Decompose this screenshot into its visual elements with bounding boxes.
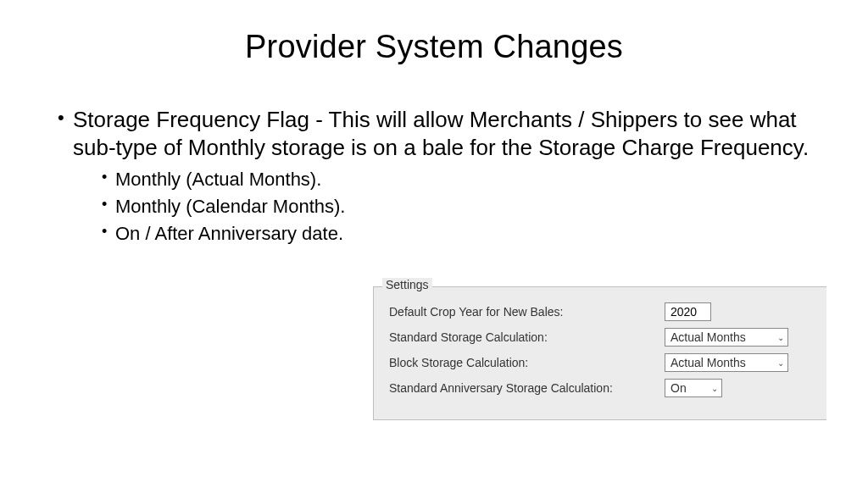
- select-block-storage-value: Actual Months: [670, 356, 746, 369]
- label-block-storage: Block Storage Calculation:: [389, 356, 665, 369]
- row-crop-year: Default Crop Year for New Bales:: [389, 302, 813, 321]
- select-block-storage[interactable]: Actual Months ⌄: [665, 353, 788, 372]
- input-crop-year[interactable]: [665, 302, 711, 321]
- chevron-down-icon: ⌄: [777, 333, 784, 342]
- bullet-main-text: Storage Frequency Flag - This will allow…: [73, 107, 809, 160]
- label-anniversary-storage: Standard Anniversary Storage Calculation…: [389, 381, 665, 395]
- label-standard-storage: Standard Storage Calculation:: [389, 330, 665, 344]
- slide-content: Storage Frequency Flag - This will allow…: [0, 65, 868, 247]
- bullet-main: Storage Frequency Flag - This will allow…: [58, 106, 827, 247]
- select-anniversary-storage[interactable]: On ⌄: [665, 379, 722, 397]
- row-standard-storage: Standard Storage Calculation: Actual Mon…: [389, 328, 813, 347]
- label-crop-year: Default Crop Year for New Bales:: [389, 305, 665, 319]
- chevron-down-icon: ⌄: [711, 384, 718, 393]
- bullet-sub-1: Monthly (Calendar Months).: [102, 193, 827, 220]
- select-standard-storage-value: Actual Months: [670, 330, 746, 344]
- row-anniversary-storage: Standard Anniversary Storage Calculation…: [389, 379, 813, 397]
- select-standard-storage[interactable]: Actual Months ⌄: [665, 328, 788, 347]
- settings-fieldset: Settings Default Crop Year for New Bales…: [373, 286, 826, 420]
- row-block-storage: Block Storage Calculation: Actual Months…: [389, 353, 813, 372]
- settings-legend: Settings: [382, 278, 432, 291]
- chevron-down-icon: ⌄: [777, 358, 784, 368]
- bullet-sub-0: Monthly (Actual Months).: [102, 166, 827, 193]
- bullet-sub-2: On / After Anniversary date.: [102, 220, 827, 247]
- slide-title: Provider System Changes: [0, 0, 868, 65]
- settings-panel: Settings Default Crop Year for New Bales…: [373, 286, 826, 420]
- select-anniversary-storage-value: On: [670, 381, 687, 395]
